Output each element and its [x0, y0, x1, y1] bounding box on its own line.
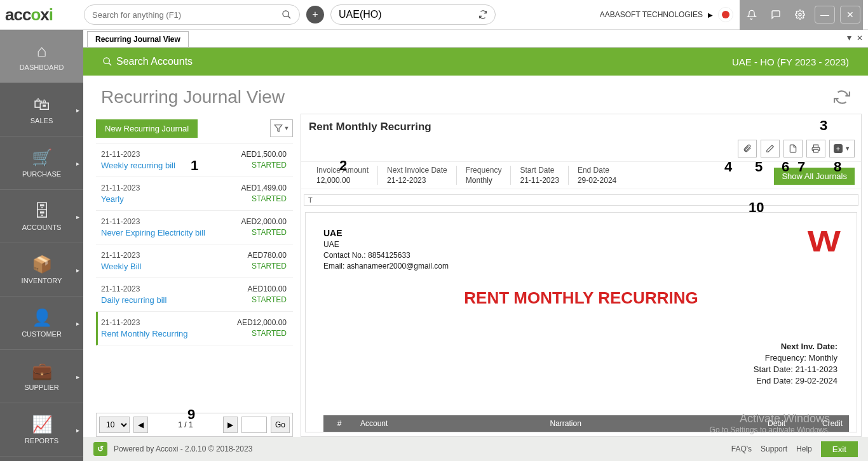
page-indicator: 1 / 1 [152, 420, 219, 429]
faqs-link[interactable]: FAQ's [731, 444, 752, 453]
svg-point-0 [283, 11, 288, 17]
item-status: STARTED [241, 161, 287, 170]
tab-dropdown-icon[interactable]: ▾ [847, 32, 851, 43]
search-input[interactable] [92, 10, 281, 20]
company-address: UAE [323, 240, 839, 249]
profile-badge[interactable] [718, 7, 733, 22]
nav-dashboard[interactable]: ⌂ DASHBOARD [0, 30, 83, 83]
powered-by: Powered by Accoxi - 2.0.10 © 2018-2023 [114, 444, 252, 453]
list-item[interactable]: 21-11-2023YearlyAED1,499.00STARTED [96, 177, 293, 211]
search-accounts[interactable]: Search Accounts [102, 56, 193, 67]
search-icon[interactable] [281, 10, 292, 20]
nav-reports[interactable]: 📈 REPORTS ▸ [0, 403, 83, 457]
exit-button[interactable]: Exit [821, 441, 858, 457]
chevron-right-icon: ▸ [76, 213, 79, 220]
attach-button[interactable] [738, 140, 757, 157]
company-name[interactable]: AABASOFT TECHNOLOGIES [600, 10, 703, 19]
nav-label: PURCHASE [22, 170, 61, 178]
col-debit: Debit [735, 419, 792, 428]
list-item[interactable]: 21-11-2023Never Expiring Electricity bil… [96, 211, 293, 244]
tab-close-icon[interactable]: ✕ [857, 34, 863, 43]
location-label: UAE(HO) [339, 9, 382, 20]
edit-button[interactable] [761, 140, 780, 157]
page-size-select[interactable]: 10 [99, 417, 130, 433]
list-item[interactable]: 21-11-2023Daily recurring billAED100.00S… [96, 278, 293, 312]
item-amount: AED12,000.00 [237, 318, 287, 327]
item-date: 21-11-2023 [101, 217, 205, 226]
metric-value: 29-02-2024 [578, 176, 616, 185]
chart-icon: 📈 [32, 415, 52, 434]
location-select[interactable]: UAE(HO) [330, 4, 496, 25]
sync-icon[interactable] [478, 10, 487, 19]
nav-purchase[interactable]: 🛒 PURCHASE ▸ [0, 137, 83, 190]
chat-icon[interactable] [764, 0, 788, 30]
metric-value: 21-12-2023 [387, 176, 447, 185]
print-button[interactable] [806, 140, 825, 157]
refresh-button[interactable] [834, 89, 850, 105]
user-icon: 👤 [32, 308, 52, 328]
metric-label: Frequency [466, 166, 502, 175]
list-item[interactable]: 21-11-2023Weekly recurring billAED1,500.… [96, 144, 293, 177]
bag-icon: 🛍 [34, 95, 50, 114]
metric-label: Start Date [520, 166, 559, 175]
nav-label: CUSTOMER [22, 330, 62, 338]
help-link[interactable]: Help [796, 444, 812, 453]
list-item[interactable]: 21-11-2023Rent Monthly RecurringAED12,00… [96, 312, 293, 345]
support-link[interactable]: Support [761, 444, 787, 453]
prev-page-button[interactable]: ◀ [133, 417, 148, 433]
pdf-button[interactable] [783, 140, 803, 157]
metric: Invoice Amount12,000.00 [308, 166, 378, 185]
item-date: 21-11-2023 [101, 284, 166, 293]
app-logo: accoxi [5, 5, 84, 25]
nav-accounts[interactable]: 🗄 ACCOUNTS ▸ [0, 190, 83, 243]
col-credit: Credit [792, 419, 849, 428]
nav-sales[interactable]: 🛍 SALES ▸ [0, 83, 83, 137]
home-icon: ⌂ [37, 41, 47, 61]
next-page-button[interactable]: ▶ [223, 417, 238, 433]
company-logo-icon: W [807, 224, 840, 258]
metric: Next Invoice Date21-12-2023 [378, 166, 457, 185]
nav-label: SALES [31, 117, 53, 124]
nav-customer[interactable]: 👤 CUSTOMER ▸ [0, 297, 83, 350]
tab-recurring-journal[interactable]: Recurring Journal View [87, 31, 189, 47]
show-all-journals-button[interactable]: Show All Journals [774, 168, 855, 185]
metric: FrequencyMonthly [457, 166, 512, 185]
minimize-button[interactable]: — [815, 6, 835, 23]
go-button[interactable]: Go [271, 417, 290, 433]
chevron-right-icon: ▸ [76, 159, 79, 166]
metric-label: Invoice Amount [316, 166, 369, 175]
item-date: 21-11-2023 [101, 318, 188, 327]
cart-icon: 🛒 [32, 148, 52, 168]
col-narration: Narration [545, 419, 735, 428]
nav-label: SUPPLIER [24, 384, 58, 391]
nav-supplier[interactable]: 💼 SUPPLIER ▸ [0, 350, 83, 403]
gear-icon[interactable] [788, 0, 812, 30]
document-preview: UAE UAE Contact No.: 8854125633 Email: a… [305, 212, 857, 432]
metric-label: Next Invoice Date [387, 166, 447, 175]
metric-label: End Date [578, 166, 616, 175]
close-window-button[interactable]: ✕ [840, 6, 860, 23]
company-heading: UAE [323, 228, 839, 238]
metric: Start Date21-11-2023 [511, 166, 568, 185]
item-name: Rent Monthly Recurring [101, 329, 188, 338]
list-item[interactable]: 21-11-2023Weekly BillAED780.00STARTED [96, 244, 293, 278]
svg-marker-5 [275, 125, 282, 132]
bell-icon[interactable] [740, 0, 764, 30]
more-actions-button[interactable]: +▼ [829, 140, 855, 157]
item-name: Never Expiring Electricity bill [101, 228, 205, 237]
chevron-right-icon: ▸ [76, 266, 79, 273]
item-date: 21-11-2023 [101, 184, 140, 192]
chevron-right-icon[interactable]: ▶ [708, 11, 713, 18]
item-name: Yearly [101, 194, 140, 204]
nav-inventory[interactable]: 📦 INVENTORY ▸ [0, 243, 83, 297]
chevron-right-icon: ▸ [76, 106, 79, 113]
new-recurring-journal-button[interactable]: New Recurring Journal [96, 119, 198, 138]
filter-button[interactable]: ▼ [270, 119, 293, 137]
page-input[interactable] [241, 417, 267, 433]
company-contact: Contact No.: 8854125633 [323, 251, 839, 260]
add-button[interactable]: + [306, 6, 324, 23]
global-search[interactable] [84, 4, 300, 25]
start-line: Start Date: 21-11-2023 [754, 364, 837, 374]
svg-point-3 [104, 58, 109, 63]
fy-label: UAE - HO (FY 2023 - 2023) [732, 57, 849, 67]
